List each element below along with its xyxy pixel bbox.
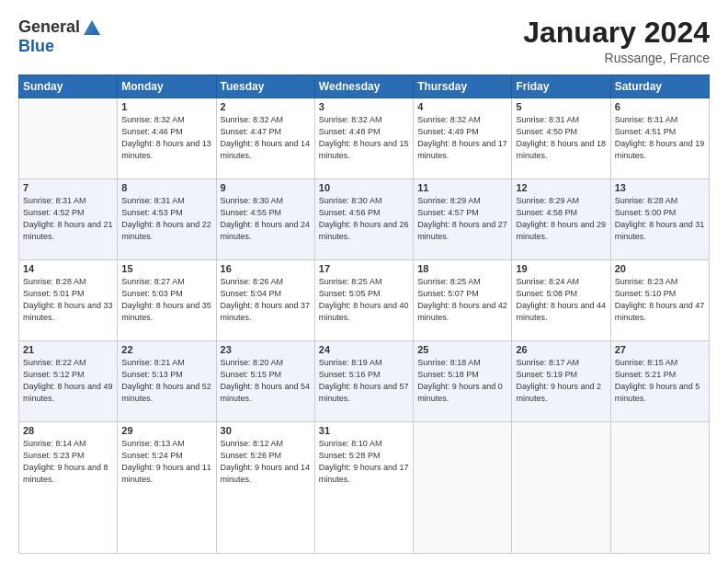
table-row: 11Sunrise: 8:29 AMSunset: 4:57 PMDayligh… <box>414 179 512 260</box>
col-thursday: Thursday <box>414 75 512 98</box>
day-number: 8 <box>121 182 211 193</box>
day-info: Sunrise: 8:25 AMSunset: 5:05 PMDaylight:… <box>319 276 409 324</box>
day-info: Sunrise: 8:25 AMSunset: 5:07 PMDaylight:… <box>417 276 507 324</box>
day-info: Sunrise: 8:10 AMSunset: 5:28 PMDaylight:… <box>319 438 409 486</box>
day-number: 5 <box>516 101 606 112</box>
day-info: Sunrise: 8:32 AMSunset: 4:48 PMDaylight:… <box>319 114 409 162</box>
day-info: Sunrise: 8:30 AMSunset: 4:55 PMDaylight:… <box>221 195 311 243</box>
day-info: Sunrise: 8:29 AMSunset: 4:57 PMDaylight:… <box>417 195 507 243</box>
table-row <box>414 422 512 554</box>
day-info: Sunrise: 8:21 AMSunset: 5:13 PMDaylight:… <box>121 357 211 405</box>
calendar-week-row: 7Sunrise: 8:31 AMSunset: 4:52 PMDaylight… <box>19 179 710 260</box>
logo-general-text: General <box>18 17 80 37</box>
col-monday: Monday <box>118 75 216 98</box>
calendar-week-row: 21Sunrise: 8:22 AMSunset: 5:12 PMDayligh… <box>19 341 710 422</box>
day-number: 4 <box>417 101 507 112</box>
month-title: January 2024 <box>523 17 710 49</box>
table-row: 2Sunrise: 8:32 AMSunset: 4:47 PMDaylight… <box>216 98 314 179</box>
day-number: 26 <box>516 344 606 355</box>
day-info: Sunrise: 8:32 AMSunset: 4:49 PMDaylight:… <box>417 114 507 162</box>
day-number: 6 <box>615 101 705 112</box>
day-info: Sunrise: 8:14 AMSunset: 5:23 PMDaylight:… <box>23 438 113 486</box>
day-number: 21 <box>23 344 113 355</box>
logo-icon <box>82 17 102 37</box>
day-number: 22 <box>121 344 211 355</box>
page: General Blue January 2024 Russange, Fran… <box>0 0 728 563</box>
day-number: 9 <box>221 182 311 193</box>
day-number: 10 <box>319 182 409 193</box>
calendar-header-row: Sunday Monday Tuesday Wednesday Thursday… <box>19 75 710 98</box>
col-wednesday: Wednesday <box>314 75 413 98</box>
day-number: 15 <box>121 263 211 274</box>
calendar-week-row: 14Sunrise: 8:28 AMSunset: 5:01 PMDayligh… <box>19 260 710 341</box>
table-row: 24Sunrise: 8:19 AMSunset: 5:16 PMDayligh… <box>314 341 413 422</box>
day-info: Sunrise: 8:20 AMSunset: 5:15 PMDaylight:… <box>221 357 311 405</box>
table-row <box>512 422 610 554</box>
table-row: 9Sunrise: 8:30 AMSunset: 4:55 PMDaylight… <box>216 179 314 260</box>
table-row: 4Sunrise: 8:32 AMSunset: 4:49 PMDaylight… <box>414 98 512 179</box>
table-row: 22Sunrise: 8:21 AMSunset: 5:13 PMDayligh… <box>118 341 216 422</box>
day-info: Sunrise: 8:22 AMSunset: 5:12 PMDaylight:… <box>23 357 113 405</box>
day-info: Sunrise: 8:30 AMSunset: 4:56 PMDaylight:… <box>319 195 409 243</box>
table-row: 19Sunrise: 8:24 AMSunset: 5:08 PMDayligh… <box>512 260 610 341</box>
day-number: 23 <box>221 344 311 355</box>
day-number: 29 <box>121 425 211 436</box>
day-number: 30 <box>221 425 311 436</box>
day-info: Sunrise: 8:29 AMSunset: 4:58 PMDaylight:… <box>516 195 606 243</box>
table-row: 16Sunrise: 8:26 AMSunset: 5:04 PMDayligh… <box>216 260 314 341</box>
day-info: Sunrise: 8:18 AMSunset: 5:18 PMDaylight:… <box>417 357 507 405</box>
col-friday: Friday <box>512 75 610 98</box>
logo: General Blue <box>18 17 102 56</box>
day-number: 12 <box>516 182 606 193</box>
day-info: Sunrise: 8:31 AMSunset: 4:51 PMDaylight:… <box>615 114 705 162</box>
day-number: 14 <box>23 263 113 274</box>
table-row: 8Sunrise: 8:31 AMSunset: 4:53 PMDaylight… <box>118 179 216 260</box>
table-row: 1Sunrise: 8:32 AMSunset: 4:46 PMDaylight… <box>118 98 216 179</box>
day-info: Sunrise: 8:28 AMSunset: 5:01 PMDaylight:… <box>23 276 113 324</box>
day-number: 13 <box>615 182 705 193</box>
table-row: 20Sunrise: 8:23 AMSunset: 5:10 PMDayligh… <box>610 260 709 341</box>
day-number: 24 <box>319 344 409 355</box>
table-row: 18Sunrise: 8:25 AMSunset: 5:07 PMDayligh… <box>414 260 512 341</box>
table-row: 23Sunrise: 8:20 AMSunset: 5:15 PMDayligh… <box>216 341 314 422</box>
table-row: 12Sunrise: 8:29 AMSunset: 4:58 PMDayligh… <box>512 179 610 260</box>
table-row: 25Sunrise: 8:18 AMSunset: 5:18 PMDayligh… <box>414 341 512 422</box>
day-info: Sunrise: 8:24 AMSunset: 5:08 PMDaylight:… <box>516 276 606 324</box>
table-row <box>610 422 709 554</box>
table-row: 26Sunrise: 8:17 AMSunset: 5:19 PMDayligh… <box>512 341 610 422</box>
day-info: Sunrise: 8:26 AMSunset: 5:04 PMDaylight:… <box>221 276 311 324</box>
col-sunday: Sunday <box>19 75 118 98</box>
day-info: Sunrise: 8:17 AMSunset: 5:19 PMDaylight:… <box>516 357 606 405</box>
day-number: 3 <box>319 101 409 112</box>
table-row: 15Sunrise: 8:27 AMSunset: 5:03 PMDayligh… <box>118 260 216 341</box>
day-info: Sunrise: 8:31 AMSunset: 4:52 PMDaylight:… <box>23 195 113 243</box>
day-info: Sunrise: 8:13 AMSunset: 5:24 PMDaylight:… <box>121 438 211 486</box>
table-row: 14Sunrise: 8:28 AMSunset: 5:01 PMDayligh… <box>19 260 118 341</box>
day-info: Sunrise: 8:31 AMSunset: 4:53 PMDaylight:… <box>121 195 211 243</box>
day-info: Sunrise: 8:15 AMSunset: 5:21 PMDaylight:… <box>615 357 705 405</box>
day-number: 16 <box>221 263 311 274</box>
col-tuesday: Tuesday <box>216 75 314 98</box>
table-row: 29Sunrise: 8:13 AMSunset: 5:24 PMDayligh… <box>118 422 216 554</box>
calendar-week-row: 28Sunrise: 8:14 AMSunset: 5:23 PMDayligh… <box>19 422 710 554</box>
calendar-week-row: 1Sunrise: 8:32 AMSunset: 4:46 PMDaylight… <box>19 98 710 179</box>
table-row: 31Sunrise: 8:10 AMSunset: 5:28 PMDayligh… <box>314 422 413 554</box>
day-info: Sunrise: 8:32 AMSunset: 4:46 PMDaylight:… <box>121 114 211 162</box>
header: General Blue January 2024 Russange, Fran… <box>18 17 710 65</box>
day-info: Sunrise: 8:32 AMSunset: 4:47 PMDaylight:… <box>221 114 311 162</box>
day-number: 19 <box>516 263 606 274</box>
table-row: 6Sunrise: 8:31 AMSunset: 4:51 PMDaylight… <box>610 98 709 179</box>
day-number: 20 <box>615 263 705 274</box>
table-row: 13Sunrise: 8:28 AMSunset: 5:00 PMDayligh… <box>610 179 709 260</box>
table-row: 10Sunrise: 8:30 AMSunset: 4:56 PMDayligh… <box>314 179 413 260</box>
day-number: 25 <box>417 344 507 355</box>
day-info: Sunrise: 8:23 AMSunset: 5:10 PMDaylight:… <box>615 276 705 324</box>
location: Russange, France <box>523 51 710 65</box>
col-saturday: Saturday <box>610 75 709 98</box>
table-row: 28Sunrise: 8:14 AMSunset: 5:23 PMDayligh… <box>19 422 118 554</box>
table-row: 30Sunrise: 8:12 AMSunset: 5:26 PMDayligh… <box>216 422 314 554</box>
day-info: Sunrise: 8:12 AMSunset: 5:26 PMDaylight:… <box>221 438 311 486</box>
day-number: 18 <box>417 263 507 274</box>
day-info: Sunrise: 8:31 AMSunset: 4:50 PMDaylight:… <box>516 114 606 162</box>
day-number: 1 <box>121 101 211 112</box>
